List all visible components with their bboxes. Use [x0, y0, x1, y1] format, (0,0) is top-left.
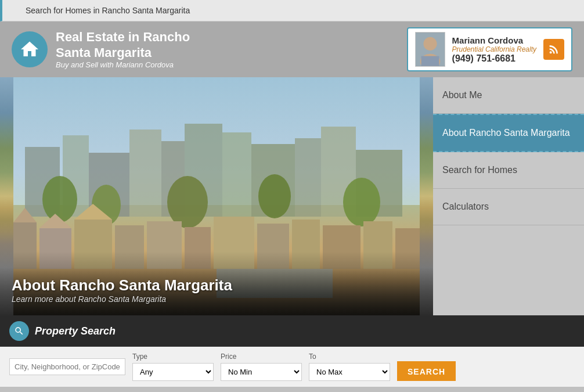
city-input[interactable]: [9, 358, 125, 375]
agent-phone: (949) 751-6681: [452, 53, 536, 64]
search-icon: [9, 321, 29, 341]
svg-rect-9: [129, 130, 161, 217]
sidebar-item-about-me[interactable]: About Me: [433, 77, 584, 114]
svg-point-21: [343, 178, 380, 226]
agent-name: Mariann Cordova: [452, 35, 536, 45]
agent-card: Mariann Cordova Prudential California Re…: [407, 27, 572, 71]
type-field-group: Type Any House Condo Townhouse Land: [132, 353, 214, 381]
agent-info: Mariann Cordova Prudential California Re…: [452, 35, 536, 64]
top-bar-text: Search for Homes in Rancho Santa Margari…: [26, 6, 190, 15]
home-icon[interactable]: [12, 31, 48, 67]
svg-point-17: [42, 176, 77, 222]
price-label: Price: [221, 353, 302, 361]
city-field-group: [9, 358, 125, 375]
rss-button[interactable]: [543, 39, 564, 60]
to-label: To: [309, 353, 390, 361]
header-text: Real Estate in Rancho Santa Margarita Bu…: [56, 30, 190, 69]
svg-rect-14: [295, 138, 321, 217]
hero-title: About Rancho Santa Margarita: [12, 276, 421, 294]
hero-section: About Rancho Santa Margarita Learn more …: [0, 77, 433, 315]
type-select[interactable]: Any House Condo Townhouse Land: [132, 363, 214, 381]
to-field-group: To No Max $200,000 $300,000 $400,000 $50…: [309, 353, 390, 381]
type-label: Type: [132, 353, 214, 361]
sidebar-item-calculators[interactable]: Calculators: [433, 189, 584, 225]
svg-rect-12: [222, 132, 251, 217]
agent-photo: [415, 32, 445, 67]
site-subtitle: Buy and Sell with Mariann Cordova: [56, 60, 190, 69]
sidebar: About Me About Rancho Santa Margarita Se…: [433, 77, 584, 315]
svg-point-1: [423, 37, 437, 51]
price-select[interactable]: No Min $100,000 $200,000 $300,000 $400,0…: [221, 363, 302, 381]
header-left: Real Estate in Rancho Santa Margarita Bu…: [12, 30, 190, 69]
site-title: Real Estate in Rancho Santa Margarita: [56, 30, 190, 60]
to-select[interactable]: No Max $200,000 $300,000 $400,000 $500,0…: [309, 363, 390, 381]
svg-point-19: [167, 176, 208, 228]
sidebar-item-search-homes[interactable]: Search for Homes: [433, 152, 584, 189]
search-bar-title: Property Search: [35, 325, 116, 337]
agent-company: Prudential California Realty: [452, 45, 536, 53]
main-content: About Rancho Santa Margarita Learn more …: [0, 77, 584, 315]
hero-subtitle: Learn more about Rancho Santa Margarita: [12, 294, 421, 304]
search-button[interactable]: SEARCH: [397, 361, 456, 381]
top-bar: Search for Homes in Rancho Santa Margari…: [0, 0, 584, 21]
header: Real Estate in Rancho Santa Margarita Bu…: [0, 21, 584, 77]
sidebar-item-about-rsm[interactable]: About Rancho Santa Margarita: [433, 114, 584, 152]
search-bar: Property Search: [0, 315, 584, 347]
svg-rect-3: [421, 56, 439, 66]
hero-overlay: About Rancho Santa Margarita Learn more …: [0, 267, 433, 315]
svg-point-20: [258, 174, 291, 218]
search-form: Type Any House Condo Townhouse Land Pric…: [0, 347, 584, 387]
price-field-group: Price No Min $100,000 $200,000 $300,000 …: [221, 353, 302, 381]
